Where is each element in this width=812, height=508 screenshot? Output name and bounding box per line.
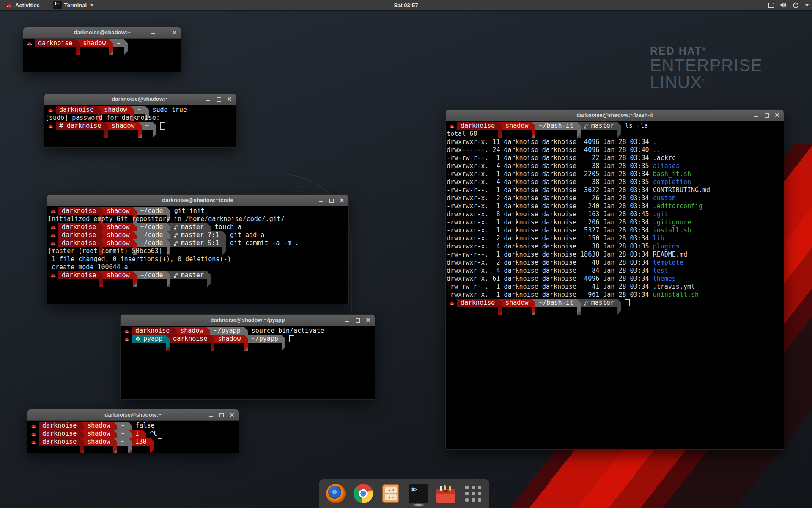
minimize-icon[interactable] (344, 318, 350, 323)
maximize-icon[interactable] (161, 30, 167, 36)
powerline-separator-icon (532, 122, 535, 138)
redhat-prompt-icon (124, 328, 130, 334)
window-titlebar[interactable]: darknoise@shadow:~/code (47, 195, 348, 206)
minimize-icon[interactable] (206, 97, 211, 102)
redhat-prompt-icon (50, 208, 56, 214)
minimize-icon[interactable] (208, 412, 214, 418)
system-status-area[interactable] (768, 0, 809, 10)
clock: Sat 03:57 (0, 2, 812, 8)
terminal-cursor (158, 438, 162, 445)
terminal-content[interactable]: darknoiseshadow~/codegit initInitialized… (47, 206, 348, 303)
terminal-content[interactable]: darknoiseshadow~/bash-itmasterls -latota… (446, 121, 783, 449)
file-name: test (653, 267, 668, 275)
terminal-content[interactable]: darknoiseshadow~ (24, 39, 181, 71)
power-icon (793, 2, 799, 8)
file-listing-row: -rw-rw-r--. 1 darknoise darknoise 3622 J… (447, 186, 783, 194)
app-grid-icon[interactable] (464, 484, 483, 503)
terminal-content[interactable]: darknoiseshadow~falsedarknoiseshadow~1^C… (28, 421, 238, 453)
app-menu-terminal[interactable]: $> Terminal (51, 0, 96, 10)
prompt-segment-path: ~ (117, 422, 128, 430)
prompt-segment-path: ~/code (137, 239, 166, 247)
powerline-separator-icon (617, 122, 621, 138)
firefox-icon[interactable] (326, 484, 346, 503)
file-name: themes (653, 275, 676, 283)
toolbox-icon[interactable] (436, 484, 455, 503)
maximize-icon[interactable] (216, 97, 222, 102)
terminal-window-home-1: darknoise@shadow:~ darknoiseshadow~ (23, 27, 181, 72)
file-name: lib (653, 235, 664, 243)
terminal-content[interactable]: darknoiseshadow~/pyappsource bin/activat… (121, 326, 374, 399)
prompt-segment-user: darknoise (35, 39, 76, 47)
powerline-separator-icon (124, 39, 128, 55)
minimize-icon[interactable] (318, 198, 324, 203)
prompt-segment-path: ~/bash-it (535, 122, 576, 130)
command-text: false (136, 422, 155, 430)
maximize-icon[interactable] (355, 318, 360, 323)
window-title: darknoise@shadow:~/code (162, 197, 233, 203)
powerline-separator-icon (282, 335, 285, 351)
command-text: git init (174, 207, 205, 215)
activities-label: Activities (15, 2, 40, 8)
prompt-segment-git: master (170, 271, 207, 279)
file-name: . (653, 138, 657, 146)
powerline-separator-icon (99, 271, 103, 287)
file-listing-row: drwxrwxr-x. 8 darknoise darknoise 163 Ja… (447, 210, 783, 218)
prompt-segment-user: darknoise (39, 422, 80, 430)
prompt-segment-user: darknoise (457, 299, 498, 307)
prompt-segment-host: shadow (84, 430, 113, 438)
prompt-segment-host: shadow (103, 271, 133, 279)
prompt-line: darknoiseshadow~/codemaster (48, 271, 348, 279)
maximize-icon[interactable] (764, 113, 769, 118)
prompt-line: darknoiseshadow~1^C (28, 430, 238, 438)
close-icon[interactable] (229, 412, 235, 418)
powerline-separator-icon (211, 335, 214, 351)
close-icon[interactable] (774, 113, 780, 118)
close-icon[interactable] (365, 318, 371, 323)
prompt-segment-host: shadow (103, 239, 133, 247)
clock-label[interactable]: Sat 03:57 (394, 2, 418, 8)
prompt-segment-host: shadow (214, 335, 244, 343)
terminal-cursor (625, 299, 630, 306)
minimize-icon[interactable] (151, 30, 156, 36)
prompt-segment-path: ~ (117, 430, 128, 438)
terminal-content[interactable]: darknoiseshadow~sudo true[sudo] password… (45, 105, 236, 147)
file-manager-icon[interactable] (381, 484, 401, 503)
close-icon[interactable] (172, 30, 177, 36)
brand-line-2: ENTERPRISE (650, 57, 763, 74)
window-titlebar[interactable]: darknoise@shadow:~/bash-it (446, 110, 784, 121)
file-name: README.md (653, 251, 687, 259)
file-listing-row: -rwxrwxr-x. 1 darknoise darknoise 240 Ja… (447, 202, 783, 210)
prompt-segment-user: darknoise (132, 327, 173, 335)
chevron-down-icon (90, 4, 93, 6)
close-icon[interactable] (339, 198, 345, 203)
chrome-icon[interactable] (354, 484, 373, 503)
close-icon[interactable] (227, 97, 232, 102)
maximize-icon[interactable] (219, 412, 224, 418)
rhel-wallpaper-logo: RED HAT® ENTERPRISE LINUX® (650, 46, 763, 91)
terminal-dock-icon[interactable]: $> (409, 484, 428, 503)
prompt-segment-path: ~/code (137, 223, 166, 231)
file-name: .gitignore (653, 218, 691, 226)
minimize-icon[interactable] (753, 113, 759, 118)
terminal-cursor (160, 122, 165, 130)
window-title: darknoise@shadow:~ (104, 411, 161, 418)
window-titlebar[interactable]: darknoise@shadow:~ (44, 94, 236, 105)
activities-button[interactable]: Activities (3, 0, 42, 10)
redhat-prompt-icon (449, 300, 455, 306)
command-text: source bin/activate (252, 327, 324, 335)
window-titlebar[interactable]: darknoise@shadow:~ (23, 27, 181, 39)
file-listing-row: -rw-rw-r--. 1 darknoise darknoise 18630 … (447, 251, 783, 259)
file-name: .editorconfig (653, 202, 702, 210)
display-icon (768, 3, 774, 8)
prompt-segment-path: ~/code (137, 207, 166, 215)
command-text: touch a (215, 223, 241, 231)
powerline-separator-icon (577, 299, 581, 315)
window-titlebar[interactable]: darknoise@shadow:~/pyapp (121, 315, 375, 326)
powerline-separator-icon (128, 438, 132, 453)
prompt-segment-exit: 130 (132, 438, 150, 446)
maximize-icon[interactable] (329, 198, 334, 203)
prompt-segment-host: shadow (103, 223, 133, 231)
file-name: .travis.yml (653, 283, 695, 291)
terminal-window-bash-it: darknoise@shadow:~/bash-it darknoiseshad… (445, 109, 784, 450)
window-titlebar[interactable]: darknoise@shadow:~ (27, 409, 239, 421)
